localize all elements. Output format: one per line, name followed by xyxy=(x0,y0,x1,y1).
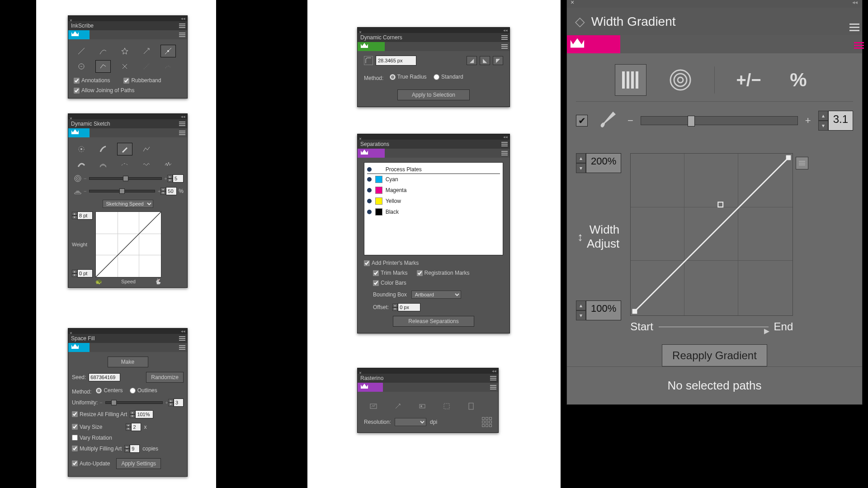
multiply-spinner[interactable]: ▴▾ xyxy=(124,445,130,452)
tool-close-x[interactable] xyxy=(117,60,132,73)
randomize-button[interactable]: Randomize xyxy=(146,372,184,383)
seed-input[interactable] xyxy=(89,373,120,381)
tool-target[interactable] xyxy=(74,143,89,155)
plate-row[interactable]: Yellow xyxy=(367,196,500,206)
brand-menu-icon[interactable] xyxy=(501,149,508,157)
mode-plusminus-icon[interactable]: +/− xyxy=(733,64,764,96)
panel-menu-icon[interactable] xyxy=(501,35,508,40)
brand-menu-icon[interactable] xyxy=(179,31,185,39)
tool-star[interactable] xyxy=(117,45,132,57)
trim-marks-checkbox[interactable]: Trim Marks xyxy=(373,270,408,276)
auto-update-checkbox[interactable]: Auto-Update xyxy=(72,460,110,467)
mode-radial-icon[interactable] xyxy=(665,64,696,96)
vary-size-checkbox[interactable]: Vary Size xyxy=(72,424,102,430)
lower-pct-value[interactable]: 100% xyxy=(586,300,621,320)
tool-polyline[interactable] xyxy=(139,143,154,155)
tool-ghost2[interactable] xyxy=(160,60,176,73)
bottom-pt-input[interactable] xyxy=(77,269,93,277)
resize-spinner[interactable]: ▴▾ xyxy=(130,411,135,418)
offset-input[interactable] xyxy=(398,303,420,311)
panel-menu-icon[interactable] xyxy=(179,121,185,127)
uniformity-slider[interactable] xyxy=(105,401,163,404)
corner-style-1[interactable]: ◢ xyxy=(467,56,477,65)
tool-pencil[interactable] xyxy=(117,143,132,155)
close-icon[interactable]: × xyxy=(571,0,574,6)
grid-icon[interactable] xyxy=(482,417,492,427)
collapse-icon[interactable]: ◂◂ xyxy=(181,16,185,21)
plates-list[interactable]: Process Plates Cyan Magenta Yellow Black xyxy=(364,162,503,255)
speed-weight-graph[interactable] xyxy=(95,211,161,277)
tool-stroke2[interactable] xyxy=(95,158,111,171)
accuracy-slider[interactable] xyxy=(89,177,161,180)
corner-style-3[interactable]: ◤ xyxy=(493,56,503,65)
smooth-slider[interactable] xyxy=(89,190,155,192)
top-pt-spinner[interactable]: ▴▾ xyxy=(72,212,77,219)
tool-stroke3[interactable] xyxy=(117,158,132,171)
registration-marks-checkbox[interactable]: Registration Marks xyxy=(417,270,470,276)
vary-size-spinner[interactable]: ▴▾ xyxy=(126,423,131,431)
brand-menu-icon[interactable] xyxy=(501,42,508,51)
add-marks-checkbox[interactable]: Add Printer's Marks xyxy=(364,260,503,266)
tool-curve[interactable] xyxy=(95,45,111,57)
smooth-spinner[interactable]: ▴▾ xyxy=(160,188,166,195)
gradient-graph[interactable] xyxy=(630,153,793,316)
corner-style-2[interactable]: ◣ xyxy=(480,56,490,65)
brush-spinner[interactable]: ▴▾ xyxy=(818,111,828,131)
brand-menu-icon[interactable] xyxy=(854,40,860,48)
vary-size-input[interactable] xyxy=(131,423,141,431)
tool-stroke4[interactable] xyxy=(139,158,154,171)
tool-line[interactable] xyxy=(74,45,89,57)
upper-pct-value[interactable]: 200% xyxy=(586,153,621,173)
reapply-button[interactable]: Reapply Gradient xyxy=(662,344,767,366)
mode-linear-icon[interactable] xyxy=(615,64,646,96)
tool-edit[interactable] xyxy=(463,400,479,413)
collapse-icon[interactable]: ◂◂ xyxy=(503,28,508,33)
tool-arrow[interactable] xyxy=(139,45,154,57)
radius-input[interactable] xyxy=(376,56,416,66)
resize-checkbox[interactable]: Resize All Filling Art xyxy=(72,411,127,418)
tool-crop[interactable] xyxy=(415,400,430,413)
tool-smart-remove[interactable] xyxy=(95,60,111,73)
tool-embed[interactable] xyxy=(366,400,381,413)
plate-row[interactable]: Black xyxy=(367,206,500,217)
bottom-pt-spinner[interactable]: ▴▾ xyxy=(72,270,77,277)
resize-input[interactable] xyxy=(135,410,153,418)
color-bars-checkbox[interactable]: Color Bars xyxy=(373,280,503,286)
plate-row[interactable]: Magenta xyxy=(367,185,500,196)
accuracy-input[interactable] xyxy=(173,174,184,183)
brand-menu-icon[interactable] xyxy=(179,343,185,352)
speed-preset-select[interactable]: Sketching Speed xyxy=(103,200,153,208)
tool-ghost1[interactable] xyxy=(139,60,154,73)
upper-pct-spinner[interactable]: ▴▾ xyxy=(576,153,586,173)
collapse-icon[interactable]: ◂◂ xyxy=(492,369,496,373)
standard-radio[interactable]: Standard xyxy=(434,74,463,80)
top-pt-input[interactable] xyxy=(77,211,93,220)
panel-menu-icon[interactable] xyxy=(179,23,185,28)
annotations-checkbox[interactable]: Annotations xyxy=(74,77,110,84)
brand-menu-icon[interactable] xyxy=(490,383,496,391)
method-centers-radio[interactable]: Centers xyxy=(96,387,123,394)
uniformity-input[interactable] xyxy=(174,399,184,407)
accuracy-spinner[interactable]: ▴▾ xyxy=(167,175,173,182)
panel-menu-icon[interactable] xyxy=(501,141,508,147)
allow-join-checkbox[interactable]: Allow Joining of Paths xyxy=(72,87,184,94)
smooth-input[interactable] xyxy=(166,187,177,195)
collapse-icon[interactable]: ◂◂ xyxy=(181,114,185,119)
panel-menu-icon[interactable] xyxy=(849,17,856,31)
lower-pct-spinner[interactable]: ▴▾ xyxy=(576,300,586,320)
graph-menu-icon[interactable] xyxy=(796,157,808,169)
apply-selection-button[interactable]: Apply to Selection xyxy=(397,89,470,100)
tool-brush[interactable] xyxy=(95,143,111,155)
tool-stroke1[interactable] xyxy=(74,158,89,171)
true-radius-radio[interactable]: True Radius xyxy=(390,74,427,80)
multiply-input[interactable] xyxy=(130,445,140,453)
panel-menu-icon[interactable] xyxy=(490,375,496,381)
vary-rotation-checkbox[interactable]: Vary Rotation xyxy=(72,435,184,441)
mode-percent-icon[interactable]: % xyxy=(783,64,814,96)
method-outlines-radio[interactable]: Outlines xyxy=(130,387,157,394)
collapse-icon[interactable]: ◂◂ xyxy=(181,329,185,333)
brush-value[interactable]: 3.1 xyxy=(828,111,853,131)
resolution-select[interactable] xyxy=(395,418,426,426)
enable-brush-checkbox[interactable]: ✔ xyxy=(576,115,588,127)
tool-relink[interactable] xyxy=(390,400,406,413)
